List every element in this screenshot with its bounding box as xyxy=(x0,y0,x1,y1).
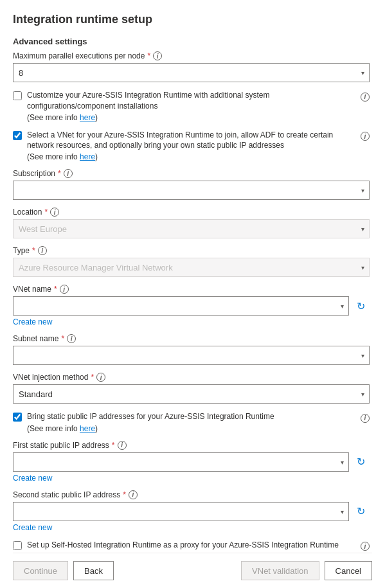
self-hosted-checkbox[interactable] xyxy=(13,541,22,550)
max-parallel-exec-info-icon[interactable]: i xyxy=(153,51,162,60)
static-ip-here-link[interactable]: here xyxy=(80,424,95,433)
vnet-info-icon[interactable]: i xyxy=(361,132,370,141)
second-static-ip-label: Second static public IP address * i xyxy=(13,490,370,499)
first-static-ip-create-new-link[interactable]: Create new xyxy=(13,474,52,483)
scrollable-content: Advanced settings Maximum parallel execu… xyxy=(13,37,372,553)
first-static-ip-info-icon[interactable]: i xyxy=(118,441,127,450)
vnet-injection-info-icon[interactable]: i xyxy=(96,373,105,382)
second-static-ip-group: Second static public IP address * i ▾ ↻ … xyxy=(13,490,370,532)
vnet-name-row: ▾ ↻ xyxy=(13,296,370,316)
vnet-name-group: VNet name * i ▾ ↻ Create new xyxy=(13,285,370,326)
vnet-name-create-new-link[interactable]: Create new xyxy=(13,317,52,326)
self-hosted-group: Set up Self-Hosted Integration Runtime a… xyxy=(13,540,370,553)
type-info-icon[interactable]: i xyxy=(38,246,47,255)
subnet-name-label: Subnet name * i xyxy=(13,334,370,343)
vnet-here-link[interactable]: here xyxy=(80,152,95,161)
static-ip-info-icon[interactable]: i xyxy=(361,414,370,423)
customize-checkbox[interactable] xyxy=(13,91,22,100)
subscription-info-icon[interactable]: i xyxy=(64,169,73,178)
customize-info-icon[interactable]: i xyxy=(361,93,370,102)
second-static-ip-select[interactable] xyxy=(13,502,349,521)
subscription-label: Subscription * i xyxy=(13,169,370,178)
vnet-name-refresh-button[interactable]: ↻ xyxy=(352,296,370,316)
static-ip-label: Bring static public IP addresses for you… xyxy=(27,411,274,422)
vnet-name-label: VNet name * i xyxy=(13,285,370,294)
static-ip-group: Bring static public IP addresses for you… xyxy=(13,411,370,433)
vnet-name-info-icon[interactable]: i xyxy=(60,285,69,294)
vnet-checkbox[interactable] xyxy=(13,131,22,140)
max-parallel-exec-group: Maximum parallel executions per node * i… xyxy=(13,51,370,82)
location-label: Location * i xyxy=(13,208,370,217)
type-group: Type * i Azure Resource Manager Virtual … xyxy=(13,246,370,277)
vnet-injection-select-wrapper: Standard Express ▾ xyxy=(13,384,370,404)
first-static-ip-select[interactable] xyxy=(13,452,349,472)
subnet-name-select[interactable] xyxy=(13,346,370,365)
first-static-ip-label: First static public IP address * i xyxy=(13,441,370,450)
vnet-injection-group: VNet injection method * i Standard Expre… xyxy=(13,373,370,404)
cancel-button[interactable]: Cancel xyxy=(325,561,372,580)
self-hosted-label: Set up Self-Hosted Integration Runtime a… xyxy=(27,540,339,551)
subnet-name-select-wrapper: ▾ xyxy=(13,346,370,365)
first-static-ip-row: ▾ ↻ xyxy=(13,452,370,472)
subnet-name-group: Subnet name * i ▾ xyxy=(13,334,370,365)
page-title: Integration runtime setup xyxy=(13,13,372,26)
type-select-wrapper: Azure Resource Manager Virtual Network ▾ xyxy=(13,258,370,277)
vnet-see-more: (See more info here) xyxy=(27,152,370,161)
location-select-wrapper: West Europe ▾ xyxy=(13,219,370,238)
subscription-select[interactable] xyxy=(13,181,370,200)
second-static-ip-refresh-button[interactable]: ↻ xyxy=(352,502,370,521)
continue-button[interactable]: Continue xyxy=(13,561,68,580)
static-ip-see-more: (See more info here) xyxy=(27,424,370,433)
subscription-group: Subscription * i ▾ xyxy=(13,169,370,200)
max-parallel-exec-select[interactable]: 8 1 2 4 16 xyxy=(13,63,370,82)
back-button[interactable]: Back xyxy=(73,561,114,580)
second-static-ip-create-new-link[interactable]: Create new xyxy=(13,523,52,532)
customize-group: Customize your Azure-SSIS Integration Ru… xyxy=(13,90,370,122)
vnet-validation-button[interactable]: VNet validation xyxy=(241,561,319,580)
first-static-ip-refresh-button[interactable]: ↻ xyxy=(352,452,370,472)
static-ip-checkbox[interactable] xyxy=(13,413,22,422)
vnet-injection-select[interactable]: Standard Express xyxy=(13,384,370,404)
type-label: Type * i xyxy=(13,246,370,255)
vnet-injection-label: VNet injection method * i xyxy=(13,373,370,382)
footer: Continue Back VNet validation Cancel xyxy=(13,553,372,588)
customize-see-more: (See more info here) xyxy=(27,113,370,122)
type-select[interactable]: Azure Resource Manager Virtual Network xyxy=(13,258,370,277)
subnet-name-info-icon[interactable]: i xyxy=(67,334,76,343)
location-group: Location * i West Europe ▾ xyxy=(13,208,370,238)
vnet-label: Select a VNet for your Azure-SSIS Integr… xyxy=(27,130,355,152)
customize-label: Customize your Azure-SSIS Integration Ru… xyxy=(27,90,355,112)
max-parallel-exec-select-wrapper: 8 1 2 4 16 ▾ xyxy=(13,63,370,82)
first-static-ip-group: First static public IP address * i ▾ ↻ C… xyxy=(13,441,370,483)
location-info-icon[interactable]: i xyxy=(50,208,59,217)
subscription-select-wrapper: ▾ xyxy=(13,181,370,200)
vnet-select-group: Select a VNet for your Azure-SSIS Integr… xyxy=(13,130,370,162)
location-select[interactable]: West Europe xyxy=(13,219,370,238)
second-static-ip-info-icon[interactable]: i xyxy=(129,490,138,499)
max-parallel-exec-label: Maximum parallel executions per node * i xyxy=(13,51,370,60)
customize-here-link[interactable]: here xyxy=(80,113,95,122)
second-static-ip-row: ▾ ↻ xyxy=(13,502,370,521)
advanced-settings-title: Advanced settings xyxy=(13,37,370,46)
self-hosted-info-icon[interactable]: i xyxy=(361,542,370,551)
vnet-name-select[interactable] xyxy=(13,296,349,316)
